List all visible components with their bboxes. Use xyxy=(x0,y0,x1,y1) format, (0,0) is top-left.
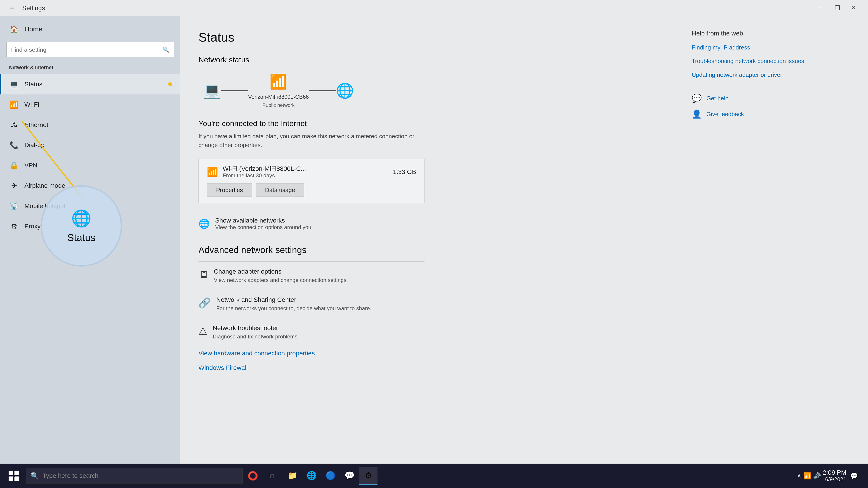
sidebar-item-vpn[interactable]: 🔒 VPN xyxy=(0,155,180,175)
sidebar-item-proxy[interactable]: ⚙ Proxy xyxy=(0,216,180,236)
adv-troubleshooter-title: Network troubleshooter xyxy=(213,324,299,332)
network-sys-icon[interactable]: 📶 xyxy=(803,472,811,480)
taskview-icon: ⧉ xyxy=(270,472,274,480)
advanced-title: Advanced network settings xyxy=(198,245,674,255)
system-chevron-icon[interactable]: ∧ xyxy=(797,472,802,480)
active-indicator xyxy=(168,82,172,86)
search-input[interactable] xyxy=(11,46,159,53)
main-content: Status Network status 💻 📶 Verizon-MiFi88… xyxy=(198,30,674,450)
computer-icon: 💻 xyxy=(203,82,221,99)
page-title: Status xyxy=(198,30,674,44)
network-usage: 1.33 GB xyxy=(393,168,416,175)
taskbar-time: 2:09 PM xyxy=(823,469,846,476)
laptop-icon: 💻 xyxy=(203,82,221,99)
taskbar-app-browser1[interactable]: 🌐 xyxy=(303,467,320,485)
start-button[interactable] xyxy=(4,466,24,486)
help-link-ip[interactable]: Finding my IP address xyxy=(692,43,850,52)
minimize-button[interactable]: − xyxy=(813,0,829,16)
sidebar-item-dialup[interactable]: 📞 Dial-up xyxy=(0,135,180,155)
taskbar-app-explorer[interactable]: 📁 xyxy=(283,467,302,485)
notification-button[interactable]: 💬 xyxy=(848,470,860,482)
properties-button[interactable]: Properties xyxy=(207,183,252,197)
sidebar-item-home[interactable]: 🏠 Home xyxy=(0,19,180,40)
wifi-router-icon: 📶 Verizon-MiFi8800L-CB66 Public network xyxy=(248,73,309,108)
volume-sys-icon[interactable]: 🔊 xyxy=(813,472,821,480)
adv-adapter-title: Change adapter options xyxy=(214,268,348,275)
cortana-button[interactable]: ⭕ xyxy=(244,467,262,485)
network-card: 📶 Wi-Fi (Verizon-MiFi8800L-C... From the… xyxy=(198,159,425,203)
sidebar-item-airplane[interactable]: ✈ Airplane mode xyxy=(0,175,180,196)
view-hardware-link[interactable]: View hardware and connection properties xyxy=(198,346,674,361)
taskbar-date: 6/9/2021 xyxy=(823,476,846,483)
sidebar-item-wifi[interactable]: 📶 Wi-Fi xyxy=(0,94,180,115)
sidebar-item-ethernet[interactable]: 🖧 Ethernet xyxy=(0,115,180,135)
data-usage-button[interactable]: Data usage xyxy=(256,183,305,197)
help-link-adapter[interactable]: Updating network adapter or driver xyxy=(692,71,850,79)
taskbar-app-settings[interactable]: ⚙ xyxy=(360,467,377,485)
adv-adapter-text: Change adapter options View network adap… xyxy=(214,268,348,283)
network-card-buttons: Properties Data usage xyxy=(207,183,416,197)
network-type-label: Public network xyxy=(262,102,295,108)
sidebar-item-status[interactable]: 💻 Status xyxy=(0,74,180,94)
network-card-name: Wi-Fi (Verizon-MiFi8800L-C... xyxy=(223,165,306,172)
cortana-icon: ⭕ xyxy=(248,471,258,481)
network-card-name-info: Wi-Fi (Verizon-MiFi8800L-C... From the l… xyxy=(223,165,306,179)
window-controls: − ❐ ✕ xyxy=(813,0,862,16)
back-button[interactable]: ← xyxy=(6,2,18,14)
close-button[interactable]: ✕ xyxy=(845,0,862,16)
globe-icon: 🌐 xyxy=(336,82,354,99)
show-networks-item[interactable]: 🌐 Show available networks View the conne… xyxy=(198,210,425,237)
network-card-name-row: 📶 Wi-Fi (Verizon-MiFi8800L-C... From the… xyxy=(207,165,306,179)
help-title: Help from the web xyxy=(692,30,850,37)
titlebar: ← Settings − ❐ ✕ xyxy=(0,0,868,16)
content-area: Status Network status 💻 📶 Verizon-MiFi88… xyxy=(180,16,868,464)
adv-item-troubleshooter[interactable]: ⚠ Network troubleshooter Diagnose and fi… xyxy=(198,318,425,346)
browser1-icon: 🌐 xyxy=(307,471,317,480)
troubleshooter-icon: ⚠ xyxy=(198,325,207,337)
sidebar-item-hotspot[interactable]: 📡 Mobile hotspot xyxy=(0,196,180,216)
taskbar-clock[interactable]: 2:09 PM 6/9/2021 xyxy=(823,469,846,483)
airplane-icon: ✈ xyxy=(9,182,19,190)
network-diagram: 💻 📶 Verizon-MiFi8800L-CB66 Public networ… xyxy=(198,73,674,108)
help-link-troubleshoot[interactable]: Troubleshooting network connection issue… xyxy=(692,57,850,65)
maximize-button[interactable]: ❐ xyxy=(829,0,845,16)
hotspot-icon: 📡 xyxy=(9,202,19,210)
right-panel: Help from the web Finding my IP address … xyxy=(692,30,850,450)
vpn-icon: 🔒 xyxy=(9,161,19,170)
adv-sharing-sub: For the networks you connect to, decide … xyxy=(216,305,371,312)
search-box[interactable]: 🔍 xyxy=(6,42,174,57)
adv-sharing-title: Network and Sharing Center xyxy=(216,296,371,303)
adv-sharing-text: Network and Sharing Center For the netwo… xyxy=(216,296,371,312)
taskbar-search-text: Type here to search xyxy=(42,472,98,480)
sidebar-label-dialup: Dial-up xyxy=(24,141,44,149)
sidebar-label-ethernet: Ethernet xyxy=(24,121,49,129)
show-networks-text: Show available networks View the connect… xyxy=(215,217,313,230)
sidebar: 🏠 Home 🔍 Network & Internet 💻 Status 📶 W… xyxy=(0,16,180,464)
adv-item-sharing[interactable]: 🔗 Network and Sharing Center For the net… xyxy=(198,290,425,318)
window-title: Settings xyxy=(22,4,45,12)
show-networks-title: Show available networks xyxy=(215,217,313,224)
search-icon[interactable]: 🔍 xyxy=(162,46,169,53)
get-help-icon: 💬 xyxy=(692,94,702,103)
show-networks-sub: View the connection options around you. xyxy=(215,224,313,230)
give-feedback-icon: 👤 xyxy=(692,109,702,119)
taskbar-apps: 📁 🌐 🔵 💬 ⚙ xyxy=(283,467,377,485)
taskbar-app-browser2[interactable]: 🔵 xyxy=(321,467,340,485)
internet-icon: 🌐 xyxy=(336,82,354,99)
sidebar-label-wifi: Wi-Fi xyxy=(24,101,39,108)
taskbar-search[interactable]: 🔍 Type here to search xyxy=(26,468,243,484)
show-networks-icon: 🌐 xyxy=(198,219,210,229)
adapter-icon: 🖥 xyxy=(198,269,209,280)
taskbar-system: ∧ 📶 🔊 2:09 PM 6/9/2021 💬 xyxy=(797,469,864,483)
adv-item-adapter[interactable]: 🖥 Change adapter options View network ad… xyxy=(198,261,425,290)
taskbar-app-chat[interactable]: 💬 xyxy=(340,467,359,485)
task-view-button[interactable]: ⧉ xyxy=(263,467,281,485)
ethernet-icon: 🖧 xyxy=(9,121,19,129)
adv-troubleshooter-sub: Diagnose and fix network problems. xyxy=(213,333,299,340)
notification-icon: 💬 xyxy=(850,472,858,480)
windows-firewall-link[interactable]: Windows Firewall xyxy=(198,361,674,375)
dialup-icon: 📞 xyxy=(9,141,19,149)
give-feedback-action[interactable]: 👤 Give feedback xyxy=(692,109,850,119)
get-help-action[interactable]: 💬 Get help xyxy=(692,94,850,103)
wifi-card-icon: 📶 xyxy=(207,167,218,177)
